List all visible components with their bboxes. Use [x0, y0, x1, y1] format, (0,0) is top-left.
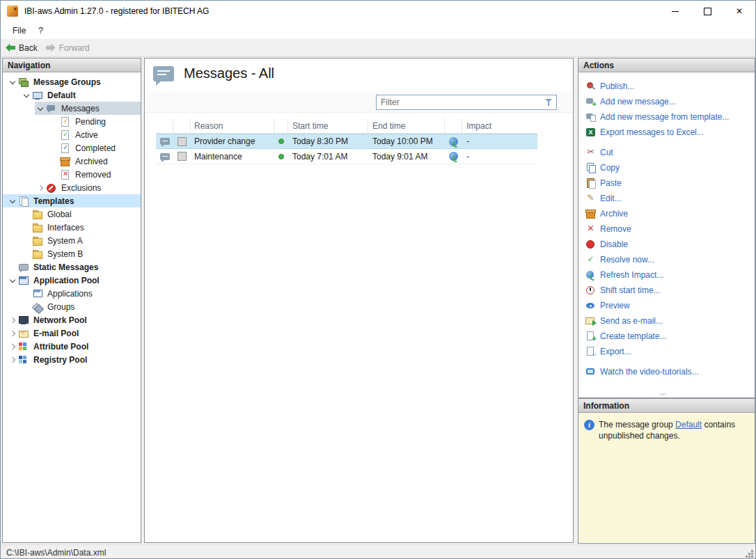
- tree-label: Attribute Pool: [31, 342, 91, 352]
- tree-item-archived[interactable]: Archived: [3, 155, 141, 168]
- tree-item-exclusions[interactable]: Exclusions: [3, 181, 141, 194]
- col-status: [274, 118, 288, 133]
- default-group-link[interactable]: Default: [675, 420, 702, 430]
- tree-item-applications[interactable]: Applications: [3, 287, 141, 300]
- action-export-to-excel[interactable]: Export messages to Excel...: [585, 125, 755, 140]
- cell-start-time: Today 8:30 PM: [288, 134, 368, 148]
- chevron-right-icon[interactable]: [7, 354, 18, 365]
- action-label: Edit...: [600, 194, 622, 203]
- tree-item-static-messages[interactable]: Static Messages: [3, 260, 141, 274]
- action-add-message-from-template[interactable]: Add new message from template...: [585, 109, 755, 125]
- network-pool-icon: [18, 315, 29, 325]
- tree-item-network-pool[interactable]: Network Pool: [3, 313, 141, 326]
- tree-item-removed[interactable]: Removed: [3, 168, 141, 181]
- action-resolve-now[interactable]: Resolve now...: [585, 252, 755, 267]
- tree-item-message-groups[interactable]: Message Groups: [3, 75, 141, 88]
- action-archive[interactable]: Archive: [585, 206, 755, 221]
- folder-icon: [32, 223, 42, 233]
- message-icon: [160, 138, 170, 145]
- menu-help[interactable]: ?: [32, 24, 49, 38]
- tree-item-registry-pool[interactable]: Registry Pool: [3, 353, 141, 366]
- action-add-new-message[interactable]: Add new message...: [585, 94, 755, 109]
- action-copy[interactable]: Copy: [585, 160, 755, 175]
- cell-end-time: Today 9:01 AM: [368, 149, 445, 164]
- chevron-right-icon[interactable]: [35, 182, 46, 194]
- chevron-right-icon[interactable]: [7, 315, 18, 326]
- completed-icon: [60, 143, 70, 153]
- action-disable[interactable]: Disable: [585, 237, 755, 252]
- chevron-spacer: [49, 143, 60, 154]
- chevron-down-icon[interactable]: [7, 196, 18, 207]
- action-refresh-impact[interactable]: Refresh Impact...: [585, 267, 755, 283]
- tree-item-interfaces[interactable]: Interfaces: [3, 221, 141, 234]
- cut-icon: [585, 148, 596, 157]
- pending-icon: [60, 117, 70, 127]
- tree-label: Completed: [72, 143, 118, 153]
- tree-item-completed[interactable]: Completed: [3, 141, 141, 155]
- tree-item-email-pool[interactable]: E-mail Pool: [3, 326, 141, 340]
- tree-item-templates[interactable]: Templates: [3, 194, 141, 207]
- cell-impact: -: [462, 134, 537, 148]
- chevron-right-icon[interactable]: [7, 328, 18, 339]
- action-export[interactable]: Export...: [585, 344, 755, 359]
- info-text: The message group Default contains unpub…: [599, 420, 749, 441]
- filter-funnel-icon[interactable]: [544, 98, 553, 107]
- col-impact[interactable]: Impact: [462, 118, 537, 133]
- action-watch-video-tutorials[interactable]: Watch the video-tutorials...: [585, 364, 755, 379]
- action-label: Remove: [600, 224, 631, 234]
- back-button[interactable]: Back: [6, 43, 38, 53]
- tree-item-active[interactable]: Active: [3, 128, 141, 141]
- chevron-down-icon[interactable]: [7, 77, 18, 88]
- forward-button[interactable]: Forward: [46, 43, 90, 53]
- computer-icon: [32, 90, 42, 100]
- forward-arrow-icon: [46, 44, 56, 52]
- action-create-template[interactable]: Create template...: [585, 329, 755, 344]
- chevron-spacer: [49, 129, 60, 141]
- tree-item-groups[interactable]: Groups: [3, 300, 141, 313]
- impact-globe-icon: [449, 152, 458, 161]
- chevron-down-icon[interactable]: [7, 275, 18, 286]
- action-edit[interactable]: Edit...: [585, 191, 755, 206]
- tree-item-pending[interactable]: Pending: [3, 115, 141, 128]
- cell-reason: Maintenance: [191, 149, 274, 164]
- actions-list: Publish... Add new message... Add new me…: [578, 72, 755, 397]
- action-label: Resolve now...: [600, 255, 654, 265]
- filter-input[interactable]: [376, 95, 557, 110]
- row-checkbox[interactable]: [178, 137, 187, 146]
- tree-item-application-pool[interactable]: Application Pool: [3, 274, 141, 287]
- close-button[interactable]: [723, 1, 755, 22]
- action-cut[interactable]: Cut: [585, 145, 755, 160]
- tree-item-default[interactable]: Default: [3, 88, 141, 102]
- window-title: IBI-aws Admin 1.27.0 - registered for IB…: [24, 6, 209, 16]
- action-publish[interactable]: Publish...: [585, 79, 755, 94]
- chevron-down-icon[interactable]: [35, 103, 46, 114]
- col-end-time[interactable]: End time: [368, 118, 445, 133]
- action-shift-start-time[interactable]: Shift start time...: [585, 283, 755, 298]
- refresh-impact-icon: [585, 270, 596, 280]
- table-row[interactable]: Maintenance Today 7:01 AM Today 9:01 AM …: [156, 149, 537, 164]
- maximize-button[interactable]: [691, 1, 723, 22]
- action-remove[interactable]: Remove: [585, 221, 755, 237]
- col-start-time[interactable]: Start time: [288, 118, 368, 133]
- preview-icon: [585, 301, 596, 310]
- chevron-right-icon[interactable]: [7, 341, 18, 352]
- tree-label: Pending: [72, 117, 109, 127]
- action-paste[interactable]: Paste: [585, 175, 755, 191]
- minimize-button[interactable]: [659, 1, 691, 22]
- action-label: Create template...: [600, 331, 666, 341]
- row-checkbox[interactable]: [178, 152, 187, 161]
- actions-overflow[interactable]: ...: [578, 387, 748, 397]
- col-message-icon: [156, 118, 173, 133]
- action-send-as-email[interactable]: Send as e-mail...: [585, 313, 755, 329]
- table-row[interactable]: Provider change Today 8:30 PM Today 10:0…: [156, 134, 537, 149]
- resize-grip[interactable]: [751, 556, 753, 558]
- tree-item-system-b[interactable]: System B: [3, 247, 141, 260]
- menu-file[interactable]: File: [6, 24, 32, 38]
- tree-item-messages[interactable]: Messages: [3, 102, 141, 115]
- col-reason[interactable]: Reason: [191, 118, 274, 133]
- tree-item-global[interactable]: Global: [3, 207, 141, 221]
- chevron-down-icon[interactable]: [21, 90, 32, 101]
- action-preview[interactable]: Preview: [585, 298, 755, 313]
- tree-item-system-a[interactable]: System A: [3, 234, 141, 247]
- tree-item-attribute-pool[interactable]: Attribute Pool: [3, 340, 141, 353]
